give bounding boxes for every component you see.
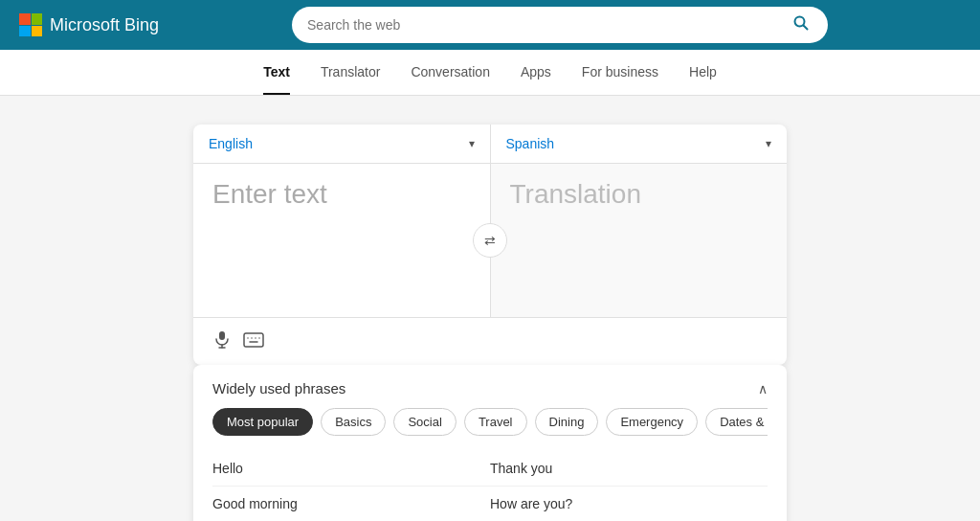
phrase-list: Hello Thank you Good morning How are you…: [212, 451, 768, 521]
logo-yellow: [32, 26, 43, 37]
phrase-tag-social[interactable]: Social: [393, 408, 456, 436]
swap-button-wrap: ⇄: [473, 223, 507, 258]
input-panel: Enter text ⇄: [193, 164, 491, 317]
output-panel: Translation: [491, 164, 788, 317]
bing-logo-icon: [19, 13, 42, 36]
translation-area: Enter text ⇄ Translation: [193, 164, 787, 317]
target-lang-dropdown-icon: ▾: [766, 137, 771, 150]
translator-widget: English ▾ Spanish ▾ Enter text ⇄ Transla…: [193, 125, 787, 365]
target-lang-label: Spanish: [506, 136, 555, 151]
svg-rect-2: [219, 331, 225, 340]
microphone-icon[interactable]: [212, 329, 232, 353]
search-bar: [292, 7, 828, 43]
source-lang-dropdown-icon: ▾: [469, 137, 475, 150]
collapse-icon[interactable]: ∧: [758, 381, 768, 396]
svg-rect-5: [244, 333, 263, 347]
phrase-hello[interactable]: Hello: [212, 451, 490, 487]
search-bar-container: [159, 7, 961, 43]
phrase-tag-emergency[interactable]: Emergency: [606, 408, 698, 436]
swap-button[interactable]: ⇄: [473, 223, 507, 258]
logo-green: [32, 13, 43, 25]
phrase-tags: Most popular Basics Social Travel Dining…: [212, 408, 768, 436]
phrase-tag-dates-numbers[interactable]: Dates & num: [705, 408, 768, 436]
source-lang-label: English: [209, 136, 253, 151]
phrase-how-are-you[interactable]: How are you?: [490, 487, 768, 521]
swap-icon: ⇄: [484, 233, 496, 248]
target-lang-panel[interactable]: Spanish ▾: [491, 125, 788, 163]
tab-translator[interactable]: Translator: [321, 51, 381, 95]
phrase-tag-most-popular[interactable]: Most popular: [212, 408, 313, 436]
search-icon: [793, 15, 809, 31]
tab-text[interactable]: Text: [263, 51, 290, 95]
search-input[interactable]: [307, 17, 790, 33]
input-controls: [193, 317, 787, 365]
nav-tabs: Text Translator Conversation Apps For bu…: [0, 50, 980, 96]
logo: Microsoft Bing: [19, 13, 159, 36]
logo-red: [19, 13, 31, 25]
language-selectors: English ▾ Spanish ▾: [193, 125, 787, 164]
logo-text: Microsoft Bing: [50, 15, 159, 35]
input-placeholder[interactable]: Enter text: [212, 179, 327, 209]
phrase-tag-dining[interactable]: Dining: [535, 408, 599, 436]
phrases-title: Widely used phrases: [212, 380, 345, 396]
tab-conversation[interactable]: Conversation: [411, 51, 490, 95]
phrases-header: Widely used phrases ∧: [212, 365, 768, 408]
keyboard-icon[interactable]: [243, 330, 264, 352]
output-placeholder: Translation: [510, 179, 641, 209]
phrases-section: Widely used phrases ∧ Most popular Basic…: [193, 365, 787, 521]
tab-for-business[interactable]: For business: [582, 51, 658, 95]
phrase-good-morning[interactable]: Good morning: [212, 487, 490, 521]
main-content: English ▾ Spanish ▾ Enter text ⇄ Transla…: [0, 96, 980, 521]
source-lang-panel[interactable]: English ▾: [193, 125, 491, 163]
svg-line-1: [804, 26, 808, 30]
header: Microsoft Bing: [0, 0, 980, 50]
phrase-tag-travel[interactable]: Travel: [464, 408, 527, 436]
phrase-thank-you[interactable]: Thank you: [490, 451, 768, 487]
search-button[interactable]: [790, 11, 813, 38]
logo-blue: [19, 26, 31, 37]
phrase-tag-basics[interactable]: Basics: [321, 408, 386, 436]
tab-apps[interactable]: Apps: [521, 51, 551, 95]
tab-help[interactable]: Help: [689, 51, 717, 95]
